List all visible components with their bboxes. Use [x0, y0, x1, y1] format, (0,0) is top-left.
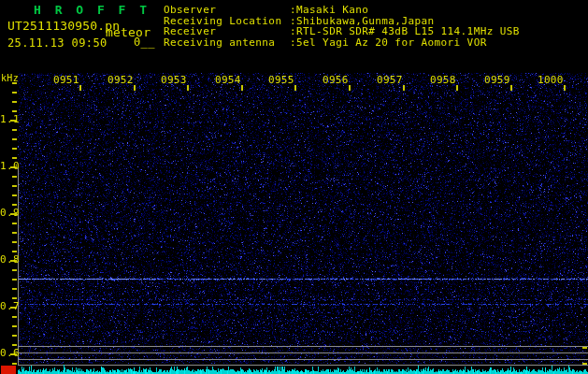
time-tick-label: 0954	[215, 75, 241, 86]
echo-counter: 0__	[134, 36, 155, 48]
time-tick-label: 0955	[268, 75, 294, 86]
hrofft-output-window: H R O F F T UT2511130950.pn meteor 25.11…	[0, 0, 588, 374]
app-title: H R O F F T	[34, 4, 151, 17]
freq-tick-label: 0.9	[0, 208, 17, 219]
timestamp: 25.11.13 09:50	[7, 37, 108, 49]
meta-label: Receiving antenna	[164, 37, 275, 49]
freq-tick-label: 0.8	[0, 254, 17, 266]
time-tick-label: 0956	[323, 75, 349, 86]
time-tick-label: 0952	[108, 75, 134, 86]
time-tick-label: 0957	[377, 75, 403, 86]
freq-tick-label: 1.1	[0, 114, 17, 125]
time-tick-label: 1000	[538, 75, 564, 86]
time-tick-label: 0959	[484, 75, 510, 86]
time-tick-label: 0958	[430, 75, 456, 86]
spectrogram-canvas	[0, 0, 588, 374]
freq-tick-label: 1.0	[0, 161, 17, 172]
output-filename: UT2511130950.pn	[7, 20, 120, 33]
time-tick-label: 0953	[161, 75, 187, 86]
y-axis-unit: kHz	[1, 73, 19, 83]
freq-tick-label: 0.6	[0, 348, 17, 359]
meta-value: :5el Yagi Az 20 for Aomori VOR	[290, 37, 487, 49]
time-tick-label: 0951	[53, 75, 79, 86]
freq-tick-label: 0.7	[0, 301, 17, 312]
